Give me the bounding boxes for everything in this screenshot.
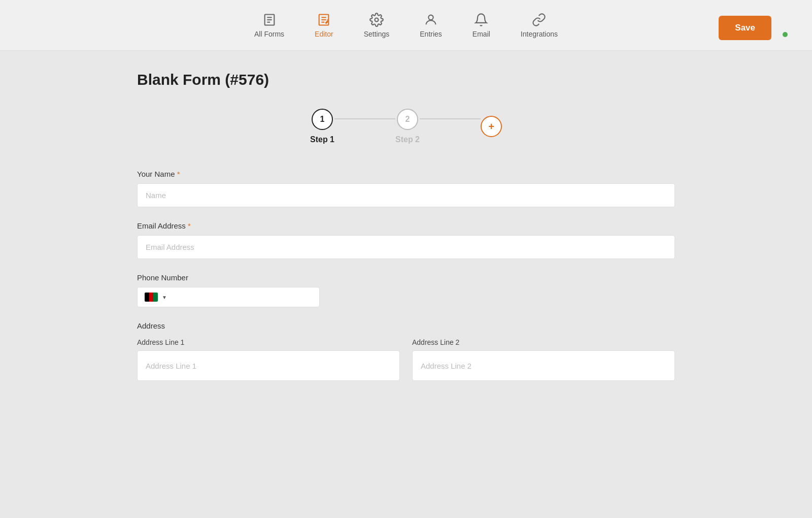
address-line1-input[interactable]: [137, 350, 400, 381]
nav-all-forms-label: All Forms: [254, 30, 284, 38]
field-your-name: Your Name *: [137, 170, 675, 207]
step-2-label: Step 2: [395, 135, 420, 144]
online-indicator: [783, 32, 788, 37]
nav-entries-label: Entries: [420, 30, 442, 38]
afghanistan-flag: [145, 293, 158, 302]
phone-input-wrapper[interactable]: ▼: [137, 287, 320, 307]
email-icon: [474, 13, 488, 27]
step-connector-2: [420, 118, 481, 119]
stepper-wrapper: 1 Step 1 2 Step 2 +: [310, 109, 502, 144]
email-required: *: [188, 221, 191, 230]
nav-email-label: Email: [472, 30, 490, 38]
email-address-label: Email Address *: [137, 221, 675, 230]
svg-point-10: [428, 15, 433, 19]
address-line1-label: Address Line 1: [137, 338, 400, 346]
field-email-address: Email Address *: [137, 221, 675, 259]
nav-all-forms[interactable]: All Forms: [254, 13, 284, 38]
step-indicator: 1 Step 1 2 Step 2 +: [137, 109, 675, 144]
email-address-input[interactable]: [137, 235, 675, 259]
top-navigation: All Forms Editor: [0, 0, 812, 51]
phone-dropdown-arrow: ▼: [162, 295, 167, 300]
address-line1-col: Address Line 1: [137, 338, 400, 381]
nav-entries[interactable]: Entries: [420, 13, 442, 38]
settings-icon: [369, 13, 384, 27]
all-forms-icon: [262, 13, 277, 27]
step-1-label: Step 1: [310, 135, 334, 144]
nav-editor[interactable]: Editor: [315, 13, 333, 38]
your-name-required: *: [177, 170, 180, 178]
nav-editor-label: Editor: [315, 30, 333, 38]
step-add-symbol: +: [488, 121, 494, 133]
nav-integrations[interactable]: Integrations: [521, 13, 558, 38]
svg-point-9: [375, 18, 378, 21]
save-button[interactable]: Save: [719, 16, 771, 40]
entries-icon: [424, 13, 438, 27]
step-add[interactable]: +: [481, 116, 502, 137]
field-address: Address Address Line 1 Address Line 2: [137, 321, 675, 381]
nav-items: All Forms Editor: [254, 13, 558, 38]
nav-settings[interactable]: Settings: [364, 13, 390, 38]
address-line2-input[interactable]: [412, 350, 675, 381]
step-1[interactable]: 1 Step 1: [310, 109, 334, 144]
address-section-label: Address: [137, 321, 675, 330]
nav-email[interactable]: Email: [472, 13, 490, 38]
country-flag-af: [145, 293, 158, 302]
step-2-circle: 2: [397, 109, 418, 130]
address-row: Address Line 1 Address Line 2: [137, 338, 675, 381]
step-2[interactable]: 2 Step 2: [395, 109, 420, 144]
field-phone-number: Phone Number ▼: [137, 273, 675, 307]
integrations-icon: [532, 13, 546, 27]
nav-settings-label: Settings: [364, 30, 390, 38]
address-line2-label: Address Line 2: [412, 338, 675, 346]
form-title: Blank Form (#576): [137, 71, 675, 88]
step-2-number: 2: [405, 115, 410, 124]
step-connector-1: [334, 118, 395, 119]
main-content: Blank Form (#576) 1 Step 1 2 Step 2: [127, 51, 685, 415]
phone-number-label: Phone Number: [137, 273, 675, 282]
your-name-label: Your Name *: [137, 170, 675, 178]
your-name-input[interactable]: [137, 183, 675, 207]
editor-icon: [317, 13, 331, 27]
nav-integrations-label: Integrations: [521, 30, 558, 38]
step-add-circle: +: [481, 116, 502, 137]
address-line2-col: Address Line 2: [412, 338, 675, 381]
step-1-number: 1: [320, 115, 325, 124]
step-1-circle: 1: [312, 109, 333, 130]
